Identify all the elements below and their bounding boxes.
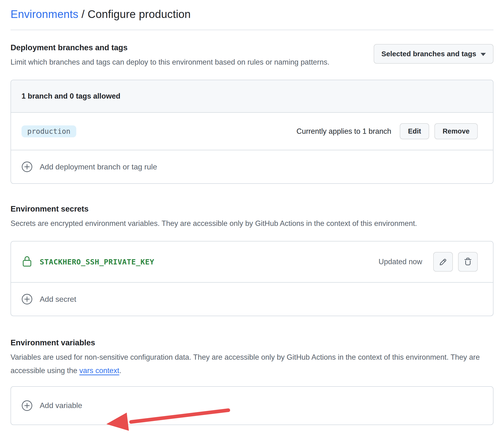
secrets-section-title: Environment secrets: [11, 204, 417, 214]
deployment-rules-panel: 1 branch and 0 tags allowed production C…: [11, 80, 493, 184]
pencil-icon: [438, 257, 448, 266]
secrets-section-text: Environment secrets Secrets are encrypte…: [11, 204, 417, 230]
secrets-section-header: Environment secrets Secrets are encrypte…: [11, 204, 493, 230]
trash-icon: [463, 257, 472, 267]
chevron-down-icon: [481, 53, 486, 56]
add-branch-rule-label: Add deployment branch or tag rule: [40, 162, 157, 171]
branch-rule-actions: Currently applies to 1 branch Edit Remov…: [296, 123, 478, 139]
variables-section-text: Environment variables Variables are used…: [11, 338, 493, 377]
branch-policy-dropdown[interactable]: Selected branches and tags: [374, 44, 493, 64]
remove-rule-button[interactable]: Remove: [434, 123, 478, 139]
add-variable-button[interactable]: Add variable: [11, 387, 493, 425]
add-variable-label: Add variable: [40, 401, 82, 410]
plus-circle-icon: [21, 161, 33, 172]
variables-panel: Add variable: [11, 386, 493, 425]
secret-updated-text: Updated now: [378, 257, 422, 266]
branch-rule-status: Currently applies to 1 branch: [296, 127, 391, 136]
breadcrumb-current: [85, 8, 88, 20]
deployment-section-description: Limit which branches and tags can deploy…: [11, 56, 329, 69]
edit-rule-button[interactable]: Edit: [400, 123, 429, 139]
add-branch-rule-button[interactable]: Add deployment branch or tag rule: [11, 150, 493, 183]
page-title-current: Configure production: [88, 8, 191, 20]
deployment-section-title: Deployment branches and tags: [11, 43, 329, 52]
variables-section-header: Environment variables Variables are used…: [11, 338, 493, 377]
vars-context-link[interactable]: vars context: [79, 366, 119, 375]
settings-page: Environments / Configure production Depl…: [0, 0, 504, 425]
add-secret-label: Add secret: [40, 295, 76, 304]
branch-rule-row: production Currently applies to 1 branch…: [11, 113, 493, 150]
lock-icon: [21, 255, 33, 268]
delete-secret-button[interactable]: [458, 252, 478, 272]
plus-circle-icon: [21, 400, 33, 411]
breadcrumb-separator-slash: /: [82, 8, 85, 20]
variables-section-title: Environment variables: [11, 338, 493, 347]
add-secret-button[interactable]: Add secret: [11, 283, 493, 316]
plus-circle-icon: [21, 294, 33, 305]
variables-description-period: .: [119, 366, 122, 375]
secret-actions: Updated now: [378, 252, 478, 272]
rules-summary-header: 1 branch and 0 tags allowed: [11, 80, 493, 113]
breadcrumb-environments-link[interactable]: Environments: [11, 8, 78, 20]
secret-name: STACKHERO_SSH_PRIVATE_KEY: [40, 257, 154, 266]
deployment-section-text: Deployment branches and tags Limit which…: [11, 43, 329, 69]
secrets-section-description: Secrets are encrypted environment variab…: [11, 217, 417, 230]
title-divider: [11, 30, 493, 30]
branch-rule-name-badge: production: [21, 125, 76, 137]
deployment-section-header: Deployment branches and tags Limit which…: [11, 43, 493, 69]
variables-section-description: Variables are used for non-sensitive con…: [11, 351, 493, 377]
page-title: Environments / Configure production: [11, 8, 493, 20]
secrets-panel: STACKHERO_SSH_PRIVATE_KEY Updated now: [11, 241, 493, 316]
secret-row: STACKHERO_SSH_PRIVATE_KEY Updated now: [11, 241, 493, 283]
branch-policy-dropdown-label: Selected branches and tags: [381, 50, 476, 58]
edit-secret-button[interactable]: [433, 252, 453, 272]
secret-identity: STACKHERO_SSH_PRIVATE_KEY: [21, 255, 154, 268]
breadcrumb-separator: [78, 8, 82, 20]
